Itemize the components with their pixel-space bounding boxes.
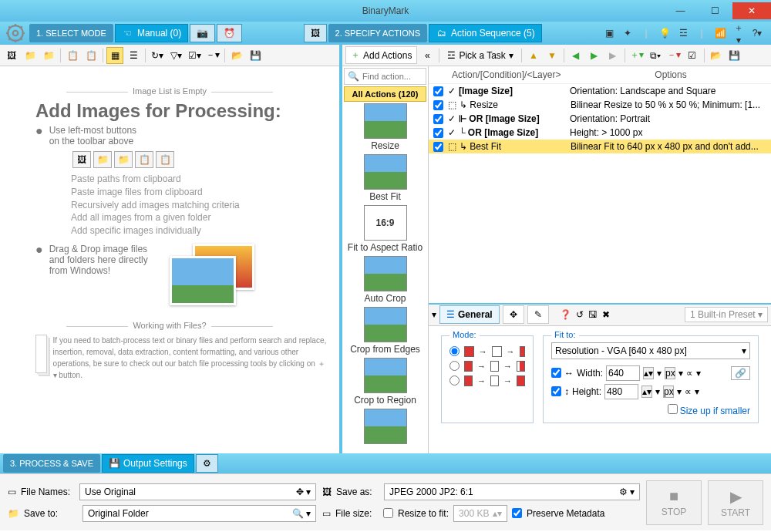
- seq-row[interactable]: ✓└ OR [Image Size]Height: > 1000 px: [429, 126, 771, 140]
- new-action-icon[interactable]: ＋▾: [628, 47, 645, 64]
- height-input[interactable]: [604, 384, 638, 399]
- seq-row[interactable]: ✓⊩ OR [Image Size]Orientation: Portrait: [429, 112, 771, 126]
- row-checkbox[interactable]: [433, 128, 443, 138]
- hint-btn-3[interactable]: 📁: [114, 151, 133, 168]
- rss-icon[interactable]: 📶: [714, 28, 726, 39]
- paste-path-icon[interactable]: 📋: [82, 47, 99, 64]
- stop-button[interactable]: ■ STOP: [646, 480, 702, 525]
- tab-camera[interactable]: 📷: [190, 24, 215, 42]
- tab-brush[interactable]: ✎: [527, 305, 549, 324]
- filenames-dropdown[interactable]: Use Original✥ ▾: [79, 483, 316, 500]
- resize-checkbox[interactable]: [383, 508, 393, 518]
- resizeval-input[interactable]: 300 KB▴▾: [453, 505, 507, 522]
- tab-clock[interactable]: ⏰: [217, 24, 242, 42]
- action-more[interactable]: [342, 407, 428, 447]
- hint-btn-2[interactable]: 📁: [93, 151, 112, 168]
- action-scroll[interactable]: Resize Best Fit 16:9Fit to Aspect Ratio …: [342, 102, 428, 453]
- open-folder-icon[interactable]: 📂: [228, 47, 245, 64]
- hint-btn-1[interactable]: 🖼: [72, 151, 91, 168]
- row-checkbox[interactable]: [433, 142, 443, 152]
- empty-drop-area[interactable]: Image List is Empty Add Images for Proce…: [0, 66, 339, 453]
- seq-row-selected[interactable]: ⬚↳ Best FitBilinear Fit to 640 px x 480 …: [429, 140, 771, 153]
- mode-option-1[interactable]: →→: [449, 346, 525, 357]
- filter-icon[interactable]: ▽▾: [167, 47, 184, 64]
- action-auto-crop[interactable]: Auto Crop: [342, 254, 428, 305]
- tab-output-settings[interactable]: 💾 Output Settings: [102, 454, 194, 473]
- step1-header[interactable]: 1. SELECT MODE: [29, 24, 113, 42]
- move-down-yellow-icon[interactable]: ▼: [544, 47, 561, 64]
- view-list-icon[interactable]: ☰: [125, 47, 142, 64]
- chevron-down-icon[interactable]: ▾: [678, 368, 683, 379]
- tab-action-sequence[interactable]: 🗂 Action Sequence (5): [429, 24, 542, 42]
- all-actions-header[interactable]: All Actions (120): [344, 86, 426, 102]
- list-check-icon[interactable]: ☲: [677, 28, 689, 39]
- tab-picture[interactable]: 🖼: [304, 24, 327, 42]
- unit-px[interactable]: px: [663, 386, 674, 398]
- action-crop-region[interactable]: Crop to Region: [342, 356, 428, 407]
- move-left-green-icon[interactable]: ◀: [567, 47, 584, 64]
- add-image-icon[interactable]: 🖼: [3, 47, 20, 64]
- find-action-input[interactable]: [362, 72, 423, 81]
- row-checkbox[interactable]: [433, 86, 443, 96]
- view-grid-icon[interactable]: ▦: [106, 47, 123, 64]
- delete-action-icon[interactable]: －▾: [665, 47, 682, 64]
- action-fit-aspect[interactable]: 16:9Fit to Aspect Ratio: [342, 204, 428, 254]
- saveas-dropdown[interactable]: JPEG 2000 JP2: 6:1⚙ ▾: [384, 483, 640, 500]
- chevron-down-icon[interactable]: ▾: [677, 386, 682, 397]
- move-up-yellow-icon[interactable]: ▲: [525, 47, 542, 64]
- start-button[interactable]: ▶ START: [708, 480, 763, 525]
- paste-image-icon[interactable]: 📋: [64, 47, 81, 64]
- preset-dropdown[interactable]: 1 Built-in Preset ▾: [685, 307, 768, 322]
- width-checkbox[interactable]: [551, 368, 561, 378]
- chevron-down-icon[interactable]: ▾: [655, 386, 660, 397]
- action-crop-edges[interactable]: Crop from Edges: [342, 305, 428, 356]
- bulb-icon[interactable]: 💡: [658, 28, 671, 39]
- undo-icon[interactable]: ↺: [576, 309, 584, 320]
- help-icon[interactable]: ?▾: [751, 28, 763, 39]
- sizeup-checkbox[interactable]: [668, 404, 678, 414]
- link-icon[interactable]: ∝: [685, 386, 692, 397]
- minimize-button[interactable]: —: [663, 2, 698, 19]
- seq-row[interactable]: ⬚↳ ResizeBilinear Resize to 50 % x 50 %;…: [429, 98, 771, 112]
- height-spinner[interactable]: ▴▾: [641, 386, 652, 398]
- row-checkbox[interactable]: [433, 114, 443, 124]
- preview-icon[interactable]: ▣: [603, 28, 615, 39]
- hint-btn-5[interactable]: 📋: [156, 151, 174, 168]
- unit-px[interactable]: px: [665, 367, 675, 379]
- add-recursive-icon[interactable]: 📁: [40, 47, 57, 64]
- open-seq-icon[interactable]: 📂: [708, 47, 725, 64]
- move-right-green-icon[interactable]: ▶: [586, 47, 603, 64]
- refresh-icon[interactable]: ↻▾: [149, 47, 166, 64]
- mode-option-3[interactable]: →→: [449, 375, 525, 386]
- tab-move[interactable]: ✥: [503, 305, 524, 324]
- resolution-dropdown[interactable]: Resolution - VGA [640 x 480 px]▾: [551, 342, 750, 359]
- maximize-button[interactable]: ☐: [698, 2, 732, 19]
- select-icon[interactable]: ☑▾: [186, 47, 203, 64]
- save-disk-icon[interactable]: 💾: [247, 47, 264, 64]
- collapse-icon[interactable]: «: [419, 47, 436, 64]
- find-action-box[interactable]: 🔍: [344, 68, 426, 85]
- saveto-dropdown[interactable]: Original Folder🔍 ▾: [82, 505, 316, 522]
- step3-header[interactable]: 3. PROCESS & SAVE: [3, 454, 100, 473]
- link-icon[interactable]: ∝: [686, 368, 693, 379]
- seq-row[interactable]: ✓[Image Size]Orientation: Landscape and …: [429, 84, 771, 98]
- copy-action-icon[interactable]: ⧉▾: [647, 47, 664, 64]
- action-best-fit[interactable]: Best Fit: [342, 153, 428, 204]
- width-input[interactable]: [606, 365, 640, 381]
- step2-header[interactable]: 2. SPECIFY ACTIONS: [328, 24, 427, 42]
- hint-btn-4[interactable]: 📋: [135, 151, 153, 168]
- add-actions-button[interactable]: ＋ Add Actions: [345, 46, 417, 64]
- chevron-down-icon[interactable]: ▾: [432, 309, 436, 320]
- chevron-down-icon[interactable]: ▾: [695, 386, 699, 397]
- tab-output-gear[interactable]: ⚙: [196, 454, 218, 473]
- plus-dropdown-icon[interactable]: ＋▾: [732, 22, 745, 45]
- chevron-down-icon[interactable]: ▾: [657, 368, 662, 379]
- row-checkbox[interactable]: [433, 100, 443, 110]
- chevron-down-icon[interactable]: ▾: [696, 368, 701, 379]
- preserve-meta-checkbox[interactable]: [512, 508, 522, 518]
- move-right2-icon[interactable]: ▶: [604, 47, 621, 64]
- save-seq-icon[interactable]: 💾: [726, 47, 743, 64]
- close-button[interactable]: ✕: [732, 2, 771, 19]
- mode-option-2[interactable]: →→: [449, 361, 525, 372]
- remove-icon[interactable]: －▾: [204, 47, 221, 64]
